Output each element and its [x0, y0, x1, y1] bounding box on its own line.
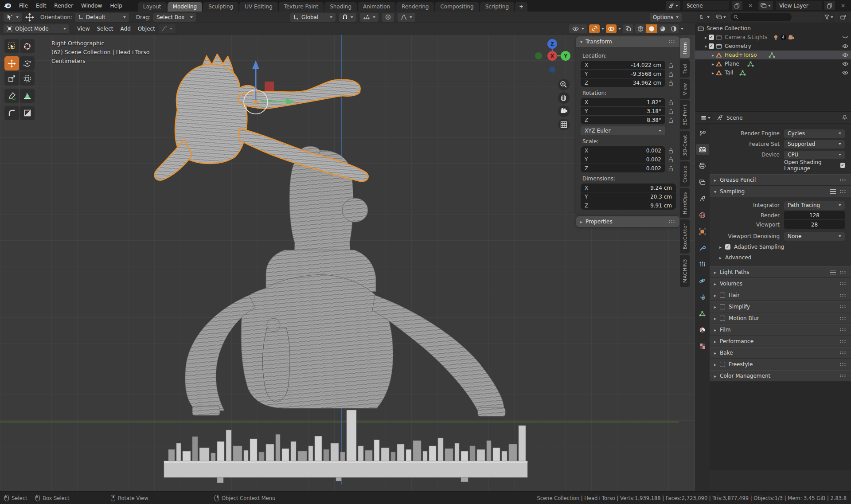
panel-simplify[interactable]: Simplify	[710, 301, 851, 313]
lock-location-y[interactable]	[665, 71, 676, 77]
active-tool-dropdown[interactable]	[4, 13, 22, 22]
device-dropdown[interactable]: CPU	[784, 151, 845, 159]
lock-rotation-y[interactable]	[665, 109, 676, 114]
drag-handle[interactable]	[839, 178, 847, 182]
toggle-ortho-button[interactable]	[558, 119, 570, 130]
show-overlays-toggle[interactable]	[606, 24, 617, 33]
shading-rendered-button[interactable]	[668, 24, 679, 33]
row-scene-collection[interactable]: Scene Collection	[695, 24, 851, 33]
tab-output[interactable]	[696, 160, 709, 171]
viewport-denoising-dropdown[interactable]: None	[784, 232, 845, 241]
motion-blur-checkbox[interactable]	[720, 316, 725, 321]
remove-viewlayer-button[interactable]: ✕	[838, 1, 848, 10]
addon-boxcutter-tool[interactable]	[20, 106, 35, 120]
dimensions-z-field[interactable]: Z9.91 cm	[581, 201, 676, 210]
panel-motion-blur[interactable]: Motion Blur	[710, 313, 851, 324]
drag-handle[interactable]	[668, 220, 675, 223]
snap-to-dropdown[interactable]	[360, 13, 379, 22]
navigation-gizmo[interactable]: Z X Y	[530, 38, 578, 133]
panel-light-paths[interactable]: Light Paths	[710, 266, 851, 278]
scale-y-field[interactable]: Y0.002	[581, 155, 665, 164]
render-engine-dropdown[interactable]: Cycles	[784, 129, 845, 138]
lock-rotation-z[interactable]	[665, 117, 676, 123]
location-y-field[interactable]: Y-9.3568 cm	[581, 70, 665, 78]
lock-rotation-x[interactable]	[665, 100, 676, 105]
row-camera-lights[interactable]: ✓ Camera &Lights 4	[695, 33, 851, 42]
presets-icon[interactable]	[830, 270, 836, 275]
tab-material[interactable]	[696, 324, 709, 335]
camera-view-button[interactable]	[558, 105, 570, 117]
lock-location-z[interactable]	[665, 80, 676, 86]
tab-texture-paint[interactable]: Texture Paint	[279, 2, 324, 12]
lock-scale-y[interactable]	[665, 157, 676, 162]
rotation-y-field[interactable]: Y3.18°	[581, 107, 665, 115]
pan-button[interactable]	[558, 92, 570, 104]
sidebar-tab-3d-print[interactable]: 3D-Print	[680, 100, 690, 129]
menu-select[interactable]: Select	[93, 26, 117, 32]
panel-sampling[interactable]: Sampling	[710, 186, 851, 197]
add-workspace-button[interactable]: +	[515, 2, 527, 12]
menu-file[interactable]: File	[15, 0, 32, 12]
lock-scale-z[interactable]	[665, 166, 676, 171]
drag-dropdown[interactable]: Select Box	[153, 13, 196, 22]
dimensions-y-field[interactable]: Y20.3 cm	[581, 192, 676, 201]
tab-tool[interactable]	[696, 128, 709, 138]
row-head-torso[interactable]: Head+Torso	[695, 51, 851, 59]
eye-icon[interactable]	[842, 62, 848, 66]
object-visibility-dropdown[interactable]	[569, 24, 587, 33]
simplify-checkbox[interactable]	[720, 304, 725, 309]
expand-icon[interactable]	[712, 70, 714, 76]
zoom-button[interactable]	[558, 79, 570, 90]
sidebar-tab-tool[interactable]: Tool	[680, 59, 690, 78]
editor-type-dropdown[interactable]	[698, 12, 712, 22]
location-z-field[interactable]: Z34.962 cm	[581, 78, 665, 87]
drag-handle[interactable]	[839, 305, 847, 309]
sidebar-tab-create[interactable]: Create	[680, 161, 690, 187]
drag-handle[interactable]	[839, 282, 847, 285]
tab-constraints[interactable]	[696, 292, 709, 302]
new-viewlayer-button[interactable]	[824, 1, 835, 10]
scene-name-field[interactable]: Scene	[683, 1, 729, 10]
panel-grease-pencil[interactable]: Grease Pencil	[710, 174, 851, 186]
tab-world[interactable]	[696, 210, 709, 220]
row-plane[interactable]: Plane	[695, 59, 851, 68]
addon-fillet-tool[interactable]	[4, 106, 19, 120]
viewlayer-name-field[interactable]: View Layer	[776, 1, 822, 10]
shading-dropdown-chevron[interactable]	[681, 28, 683, 30]
panel-performance[interactable]: Performance	[710, 336, 851, 347]
transform-orientation-dropdown[interactable]: Global	[290, 13, 336, 22]
tab-object-data[interactable]	[696, 308, 709, 319]
gizmo-dropdown-chevron[interactable]	[601, 28, 604, 30]
hair-checkbox[interactable]	[720, 293, 725, 298]
move-tool[interactable]	[4, 56, 19, 70]
presets-icon[interactable]	[830, 189, 836, 194]
snap-toggle-dropdown[interactable]	[339, 13, 356, 22]
collection-checkbox[interactable]: ✓	[709, 43, 714, 49]
cursor-tool[interactable]	[20, 39, 35, 53]
menu-window[interactable]: Window	[77, 0, 106, 12]
rotation-x-field[interactable]: X1.82°	[581, 98, 665, 106]
drag-handle[interactable]	[839, 328, 847, 332]
scene-browse-dropdown[interactable]	[666, 1, 680, 10]
shading-wireframe-button[interactable]	[635, 24, 646, 33]
orientation-dropdown[interactable]: Default	[75, 13, 129, 22]
display-mode-dropdown[interactable]	[714, 12, 728, 22]
expand-icon[interactable]	[712, 61, 714, 67]
transform-panel-header[interactable]: Transform	[576, 36, 679, 47]
tab-compositing[interactable]: Compositing	[435, 2, 479, 12]
drag-handle[interactable]	[839, 293, 847, 297]
row-geometry[interactable]: ✓ Geometry	[695, 42, 851, 51]
tab-object[interactable]	[696, 226, 709, 237]
subpanel-adaptive-sampling[interactable]: ✓Adaptive Sampling	[710, 242, 851, 252]
eye-closed-icon[interactable]	[842, 35, 848, 39]
transform-tool[interactable]	[20, 71, 35, 86]
eye-icon[interactable]	[842, 53, 848, 57]
pin-icon[interactable]	[842, 115, 847, 121]
proportional-editing-toggle[interactable]	[382, 13, 394, 22]
freestyle-checkbox[interactable]	[720, 362, 725, 367]
tab-shading[interactable]: Shading	[324, 2, 357, 12]
show-gizmo-toggle[interactable]	[589, 24, 600, 33]
tab-particles[interactable]	[696, 259, 709, 270]
scale-z-field[interactable]: Z0.002	[581, 164, 665, 172]
overlays-dropdown-chevron[interactable]	[618, 28, 621, 30]
